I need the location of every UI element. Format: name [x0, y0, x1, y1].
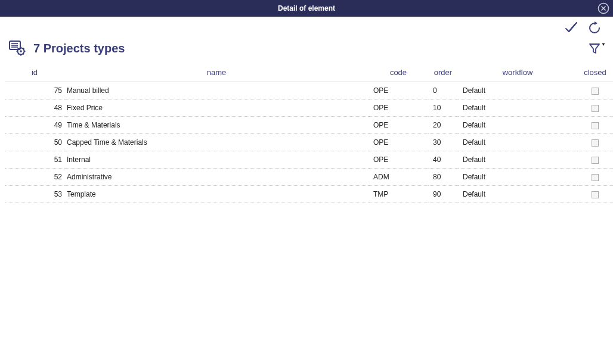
- cell-order: 20: [428, 117, 458, 134]
- cell-id: 51: [5, 151, 64, 169]
- page-header: 7 Projects types ▼: [0, 36, 613, 64]
- cell-order: 10: [428, 99, 458, 117]
- cell-name: Template: [64, 186, 369, 203]
- col-header-code[interactable]: code: [369, 64, 428, 82]
- cell-name: Capped Time & Materials: [64, 134, 369, 151]
- cell-name: Internal: [64, 151, 369, 169]
- reset-button[interactable]: [587, 20, 602, 36]
- save-button[interactable]: [563, 20, 578, 36]
- cell-closed: [577, 99, 613, 117]
- svg-line-15: [23, 48, 24, 49]
- table-row[interactable]: 53TemplateTMP90Default: [5, 186, 613, 203]
- chevron-down-icon: ▼: [601, 42, 606, 47]
- funnel-icon: [588, 42, 601, 55]
- cell-order: 80: [428, 169, 458, 186]
- cell-code: TMP: [369, 186, 428, 203]
- svg-point-8: [20, 50, 22, 52]
- closed-checkbox[interactable]: [592, 105, 599, 112]
- window-title: Detail of element: [278, 4, 335, 13]
- table-row[interactable]: 51InternalOPE40Default: [5, 151, 613, 169]
- cell-order: 90: [428, 186, 458, 203]
- table-row[interactable]: 50Capped Time & MaterialsOPE30Default: [5, 134, 613, 151]
- filter-button[interactable]: ▼: [587, 41, 602, 56]
- closed-checkbox[interactable]: [592, 139, 599, 147]
- projects-types-icon: [7, 38, 27, 58]
- cell-code: ADM: [369, 169, 428, 186]
- projects-types-table: id name code order workflow closed 75Man…: [5, 64, 613, 203]
- cell-workflow: Default: [458, 99, 577, 117]
- cell-id: 49: [5, 117, 64, 134]
- cell-id: 53: [5, 186, 64, 203]
- cell-name: Time & Materials: [64, 117, 369, 134]
- cell-id: 52: [5, 169, 64, 186]
- table-row[interactable]: 49Time & MaterialsOPE20Default: [5, 117, 613, 134]
- cell-closed: [577, 169, 613, 186]
- cell-order: 30: [428, 134, 458, 151]
- cell-code: OPE: [369, 82, 428, 99]
- cell-code: OPE: [369, 151, 428, 169]
- cell-code: OPE: [369, 117, 428, 134]
- closed-checkbox[interactable]: [592, 122, 599, 129]
- closed-checkbox[interactable]: [592, 191, 599, 198]
- cell-order: 0: [428, 82, 458, 99]
- cell-workflow: Default: [458, 169, 577, 186]
- table-row[interactable]: 48Fixed PriceOPE10Default: [5, 99, 613, 117]
- col-header-id[interactable]: id: [5, 64, 64, 82]
- cell-workflow: Default: [458, 134, 577, 151]
- checkmark-icon: [564, 21, 578, 35]
- titlebar: Detail of element: [0, 0, 613, 17]
- cell-workflow: Default: [458, 117, 577, 134]
- toolbar: [0, 17, 613, 36]
- undo-icon: [587, 21, 602, 35]
- cell-name: Manual billed: [64, 82, 369, 99]
- page-title: 7 Projects types: [33, 42, 587, 55]
- col-header-name[interactable]: name: [64, 64, 369, 82]
- table-row[interactable]: 52AdministrativeADM80Default: [5, 169, 613, 186]
- cell-code: OPE: [369, 134, 428, 151]
- close-icon[interactable]: [597, 2, 609, 14]
- svg-line-13: [18, 48, 19, 49]
- closed-checkbox[interactable]: [592, 88, 599, 95]
- cell-id: 48: [5, 99, 64, 117]
- cell-workflow: Default: [458, 151, 577, 169]
- cell-order: 40: [428, 151, 458, 169]
- cell-name: Fixed Price: [64, 99, 369, 117]
- cell-name: Administrative: [64, 169, 369, 186]
- cell-id: 50: [5, 134, 64, 151]
- cell-closed: [577, 151, 613, 169]
- cell-closed: [577, 117, 613, 134]
- cell-closed: [577, 186, 613, 203]
- table-row[interactable]: 75Manual billedOPE0Default: [5, 82, 613, 99]
- cell-code: OPE: [369, 99, 428, 117]
- cell-workflow: Default: [458, 82, 577, 99]
- cell-id: 75: [5, 82, 64, 99]
- svg-line-14: [23, 53, 24, 54]
- closed-checkbox[interactable]: [592, 157, 599, 164]
- col-header-closed[interactable]: closed: [577, 64, 613, 82]
- closed-checkbox[interactable]: [592, 174, 599, 181]
- cell-closed: [577, 82, 613, 99]
- table-header-row: id name code order workflow closed: [5, 64, 613, 82]
- cell-workflow: Default: [458, 186, 577, 203]
- col-header-workflow[interactable]: workflow: [458, 64, 577, 82]
- svg-line-16: [18, 53, 19, 54]
- col-header-order[interactable]: order: [428, 64, 458, 82]
- cell-closed: [577, 134, 613, 151]
